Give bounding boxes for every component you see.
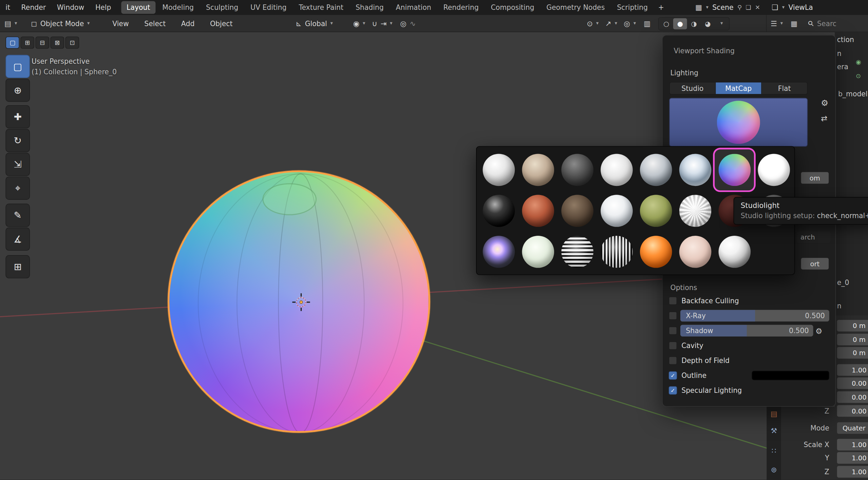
viewport-menu-object[interactable]: Object [204, 18, 239, 29]
matcap-thumb-chrome-blue[interactable] [675, 149, 715, 190]
workspace-tab-animation[interactable]: Animation [390, 1, 437, 14]
matcap-thumb-silk-white[interactable] [675, 190, 715, 231]
chevron-down-icon[interactable]: ▾ [615, 21, 617, 26]
transform-value-field[interactable]: 0 m [837, 347, 868, 359]
transform-value-field[interactable]: Quater [837, 422, 868, 434]
matcap-thumb-red-clay[interactable] [518, 190, 558, 231]
chevron-down-icon[interactable]: ▾ [596, 21, 599, 26]
scene-name[interactable]: Scene [712, 3, 733, 12]
transform-value-field[interactable]: 0 m [837, 334, 868, 345]
copy-scene-icon[interactable]: ❏ [746, 4, 751, 11]
checkbox-x-ray[interactable] [669, 311, 677, 320]
snap-magnet-icon[interactable]: ∪ [372, 20, 377, 27]
matcap-thumb-ceramic-white[interactable] [597, 190, 636, 231]
transform-value-field[interactable]: 0 m [837, 320, 868, 331]
matcap-thumb-white-matte[interactable] [597, 149, 636, 190]
tool-scale[interactable]: ⇲ [5, 153, 30, 176]
editor-type-button[interactable]: ▤ ▾ [4, 15, 17, 32]
select-mode-intersect[interactable]: ⊡ [65, 37, 79, 49]
snap-target-icon[interactable]: ⇥ [380, 20, 386, 27]
viewport-menu-view[interactable]: View [106, 18, 135, 29]
matcap-thumb-clay-tan[interactable] [518, 149, 558, 190]
outliner-item-fragment[interactable]: n [837, 302, 842, 310]
search-input[interactable]: Searc [817, 19, 836, 27]
mode-selector[interactable]: ◻ Object Mode ▾ [31, 15, 90, 32]
transform-value-field[interactable]: 0.00 [837, 405, 868, 417]
checkbox-cavity[interactable] [669, 342, 677, 350]
chevron-down-icon[interactable]: ▾ [782, 5, 785, 10]
tool-select-box[interactable]: ▢ [5, 55, 30, 78]
tool-cursor[interactable]: ⊕ [5, 79, 30, 102]
tool-move[interactable]: ✚ [5, 105, 30, 129]
close-icon[interactable]: ✕ [755, 4, 760, 11]
shadow-settings-gear-icon[interactable]: ⚙ [815, 326, 822, 335]
outliner-item-fragment[interactable]: n [837, 49, 842, 57]
obscured-ui-fragment[interactable]: arch [797, 231, 830, 243]
orientation-selector[interactable]: ⊾ Global ▾ [296, 15, 333, 32]
tool-annotate[interactable]: ✎ [5, 204, 30, 227]
obscured-ui-fragment[interactable]: ort [801, 258, 829, 269]
matcap-thumb-white-shadow[interactable] [715, 231, 754, 272]
matcap-thumb-check-normal[interactable] [715, 149, 754, 190]
transform-value-field[interactable]: 1.00 [837, 466, 868, 478]
chevron-down-icon[interactable]: ▾ [390, 21, 392, 26]
matcap-thumb-dark-gray[interactable] [558, 149, 597, 190]
workspace-tab-sculpting[interactable]: Sculpting [201, 1, 244, 14]
transform-value-field[interactable]: 1.00 [837, 452, 868, 464]
matcap-thumb-opal[interactable] [479, 231, 518, 272]
outliner-item-fragment[interactable]: era [837, 62, 848, 71]
matcap-thumb-stripes-horizontal[interactable] [558, 231, 597, 272]
overlays-icon[interactable]: ◎ [624, 20, 630, 27]
checkbox-shadow[interactable] [669, 327, 677, 335]
workspace-tab-uv-editing[interactable]: UV Editing [245, 1, 292, 14]
chevron-down-icon[interactable]: ▾ [363, 21, 365, 26]
matcap-thumb-stripes-vertical[interactable] [597, 231, 636, 272]
slider-shadow[interactable]: Shadow0.500 [680, 325, 813, 337]
tool-transform[interactable]: ⌖ [5, 176, 30, 200]
outliner-display-icon[interactable]: ☰ [771, 20, 777, 27]
menu-window[interactable]: Window [52, 0, 90, 15]
workspace-tab-geometry-nodes[interactable]: Geometry Nodes [541, 1, 610, 14]
workspace-tab-compositing[interactable]: Compositing [485, 1, 540, 14]
flip-matcap-icon[interactable]: ⇄ [821, 115, 827, 122]
workspace-tab-modeling[interactable]: Modeling [157, 1, 199, 14]
workspace-tab-texture-paint[interactable]: Texture Paint [293, 1, 349, 14]
chevron-down-icon[interactable]: ▾ [780, 21, 783, 26]
shading-rendered-button[interactable]: ◕ [701, 18, 715, 29]
lighting-tab-matcap[interactable]: MatCap [716, 82, 761, 94]
matcap-thumb-white-bright[interactable] [754, 149, 793, 190]
matcap-thumb-skin-pink[interactable] [675, 231, 715, 272]
shading-material-button[interactable]: ◑ [687, 18, 701, 29]
studiolight-settings-gear-icon[interactable]: ⚙ [821, 99, 828, 107]
tool-measure[interactable]: ∡ [5, 227, 30, 251]
matcap-thumb-jade-green[interactable] [636, 190, 675, 231]
tool-rotate[interactable]: ↻ [5, 129, 30, 152]
select-mode-invert[interactable]: ⊠ [50, 37, 64, 49]
outliner-item-fragment[interactable]: e_0 [837, 279, 849, 287]
checkbox-backface-culling[interactable] [669, 296, 677, 305]
transform-value-field[interactable]: 1.00 [837, 439, 868, 450]
matcap-thumb-white-soft[interactable] [479, 149, 518, 190]
menu-it[interactable]: it [0, 0, 16, 15]
select-mode-subtract[interactable]: ⊟ [35, 37, 49, 49]
transform-value-field[interactable]: 0.00 [837, 391, 868, 403]
shading-dropdown-button[interactable]: ▾ [715, 18, 729, 29]
pivot-point-icon[interactable]: ◉ [353, 20, 360, 27]
search-icon[interactable]: ⚲ [807, 19, 815, 28]
workspace-tab-rendering[interactable]: Rendering [438, 1, 484, 14]
matcap-thumb-metal-silver[interactable] [636, 149, 675, 190]
transform-value-field[interactable]: 1.00 [837, 364, 868, 376]
chevron-down-icon[interactable]: ▾ [706, 5, 708, 10]
checkbox-depth-of-field[interactable] [669, 357, 677, 365]
outliner-item-fragment[interactable]: b_model [838, 90, 868, 98]
matcap-thumb-orange-gloss[interactable] [636, 231, 675, 272]
pin-icon[interactable]: ⚲ [737, 4, 742, 11]
falloff-curve-icon[interactable]: ∿ [410, 20, 416, 27]
menu-render[interactable]: Render [16, 0, 51, 15]
lighting-tab-flat[interactable]: Flat [762, 82, 807, 94]
workspace-tab-layout[interactable]: Layout [121, 1, 156, 14]
matcap-thumb-black-gloss[interactable] [479, 190, 518, 231]
lighting-tab-studio[interactable]: Studio [670, 82, 716, 94]
transform-value-field[interactable]: 0.00 [837, 378, 868, 389]
tool-add-cube[interactable]: ⊞ [5, 255, 30, 279]
